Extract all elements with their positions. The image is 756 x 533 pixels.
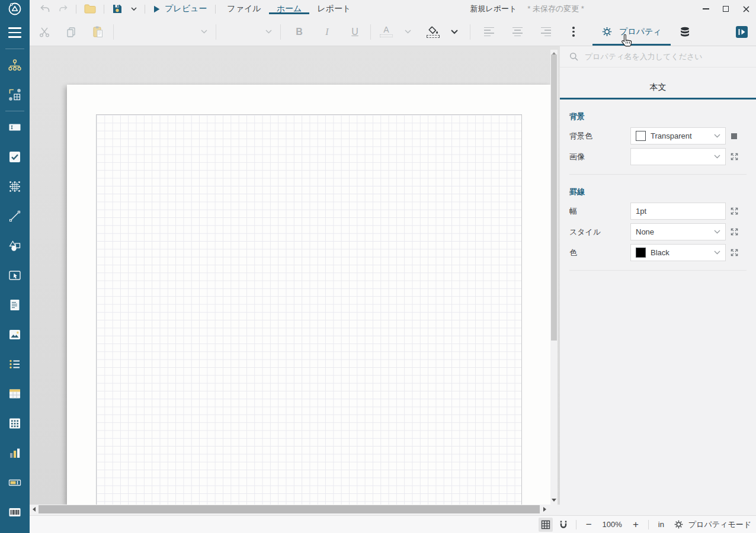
table-icon [8, 387, 22, 401]
menu-tab-file[interactable]: ファイル [219, 4, 268, 14]
bold-label: B [296, 27, 303, 37]
align-left-icon [484, 27, 494, 36]
border-style-expand-button[interactable] [729, 227, 739, 236]
paste-button[interactable] [89, 22, 107, 42]
border-color-dropdown[interactable]: Black [630, 244, 726, 261]
titlebar-separator [104, 5, 104, 14]
fill-color-swatch [427, 35, 440, 38]
sidebar-item-table[interactable] [0, 379, 30, 409]
horizontal-scrollbar[interactable] [30, 505, 560, 514]
sidebar-item-bullet[interactable] [0, 468, 30, 497]
text-color-dropdown[interactable] [399, 22, 417, 42]
zoom-in-button[interactable]: + [629, 518, 643, 532]
property-search-input[interactable] [585, 52, 747, 61]
sidebar-item-layout[interactable] [0, 80, 30, 110]
save-dropdown-button[interactable] [127, 0, 141, 18]
align-right-button[interactable] [537, 22, 555, 42]
sidebar-item-textbox[interactable] [0, 113, 30, 142]
section-tab-body[interactable]: 本文 [560, 77, 756, 99]
scroll-right-button[interactable] [540, 505, 549, 514]
font-family-dropdown[interactable] [128, 23, 211, 41]
bold-button[interactable]: B [290, 22, 308, 42]
open-button[interactable] [80, 0, 100, 18]
backcolor-more-button[interactable] [729, 133, 739, 139]
document-title-group: 新規レポート * 未保存の変更 * [470, 0, 584, 18]
expand-icon [730, 207, 739, 216]
vertical-scrollbar-thumb[interactable] [551, 54, 557, 341]
backcolor-dropdown[interactable]: Transparent [630, 127, 726, 145]
sidebar-divider [5, 111, 24, 111]
sidebar-item-select[interactable] [0, 261, 30, 290]
save-button[interactable] [108, 0, 127, 18]
unit-selector[interactable]: in [654, 518, 668, 532]
maximize-icon [723, 6, 729, 12]
fill-color-dropdown[interactable] [446, 22, 463, 42]
zoom-out-button[interactable]: − [582, 518, 596, 532]
sidebar-item-chart[interactable] [0, 438, 30, 468]
minimize-icon [703, 8, 709, 9]
border-width-expand-button[interactable] [729, 207, 739, 216]
undo-button[interactable] [36, 0, 55, 18]
border-style-dropdown[interactable]: None [630, 223, 726, 240]
properties-tab-label: プロパティ [619, 27, 662, 37]
more-options-button[interactable] [565, 22, 582, 42]
menu-tab-home[interactable]: ホーム [269, 4, 310, 14]
collapse-panel-button[interactable] [735, 25, 748, 38]
sidebar-item-container[interactable] [0, 172, 30, 201]
property-label: 色 [569, 248, 630, 258]
scroll-down-button[interactable] [550, 496, 558, 503]
border-color-value: Black [651, 248, 709, 257]
section-tab-label: 本文 [650, 82, 667, 93]
toolbar-separator [280, 24, 281, 40]
preview-button[interactable]: プレビュー [149, 4, 212, 14]
text-color-button[interactable]: A [377, 22, 395, 42]
underline-button[interactable]: U [346, 22, 364, 42]
image-dropdown[interactable] [630, 148, 726, 165]
report-page[interactable] [67, 85, 550, 505]
border-width-input[interactable] [636, 207, 720, 216]
preview-label: プレビュー [165, 4, 207, 14]
close-button[interactable] [736, 0, 756, 18]
hamburger-menu-button[interactable] [0, 18, 30, 47]
sidebar-item-checkbox[interactable] [0, 142, 30, 172]
horizontal-scrollbar-thumb[interactable] [39, 505, 540, 513]
sidebar-item-barcode[interactable] [0, 497, 30, 527]
redo-button[interactable] [55, 0, 72, 18]
toggle-grid-button[interactable] [539, 518, 553, 532]
align-center-button[interactable] [508, 22, 526, 42]
design-grid-surface[interactable] [96, 114, 522, 505]
maximize-button[interactable] [716, 0, 736, 18]
property-label: スタイル [569, 227, 630, 237]
property-row-border-width: 幅 [560, 201, 756, 221]
cut-button[interactable] [36, 22, 53, 42]
border-width-field[interactable] [630, 203, 726, 220]
sidebar-item-matrix[interactable] [0, 409, 30, 438]
vertical-scrollbar[interactable] [550, 50, 558, 505]
border-color-expand-button[interactable] [729, 248, 739, 257]
data-panel-tab[interactable] [671, 18, 699, 46]
sidebar-item-list[interactable] [0, 349, 30, 379]
sidebar-item-image[interactable] [0, 320, 30, 349]
sidebar-item-shape[interactable] [0, 231, 30, 261]
chevron-down-icon [714, 230, 720, 234]
fill-color-button[interactable] [424, 22, 442, 42]
overflow-menu-icon [572, 27, 574, 36]
italic-button[interactable]: I [318, 22, 336, 42]
property-row-backcolor: 背景色 Transparent [560, 126, 756, 146]
play-icon [153, 5, 160, 13]
menu-tab-report[interactable]: レポート [309, 4, 358, 14]
sidebar-item-line[interactable] [0, 201, 30, 231]
sidebar-item-hierarchy[interactable] [0, 50, 30, 80]
align-left-button[interactable] [480, 22, 498, 42]
snap-to-grid-button[interactable] [556, 518, 571, 532]
statusbar-separator [576, 520, 576, 529]
property-mode-button[interactable]: プロパティモード [674, 519, 751, 530]
properties-panel-tab[interactable]: プロパティ [592, 18, 671, 46]
minimize-button[interactable] [696, 0, 716, 18]
color-swatch-black [636, 248, 646, 258]
sidebar-item-richtext[interactable] [0, 290, 30, 320]
copy-button[interactable] [62, 22, 80, 42]
image-expand-button[interactable] [729, 152, 739, 161]
scroll-left-button[interactable] [30, 505, 38, 514]
font-size-dropdown[interactable] [221, 23, 276, 41]
